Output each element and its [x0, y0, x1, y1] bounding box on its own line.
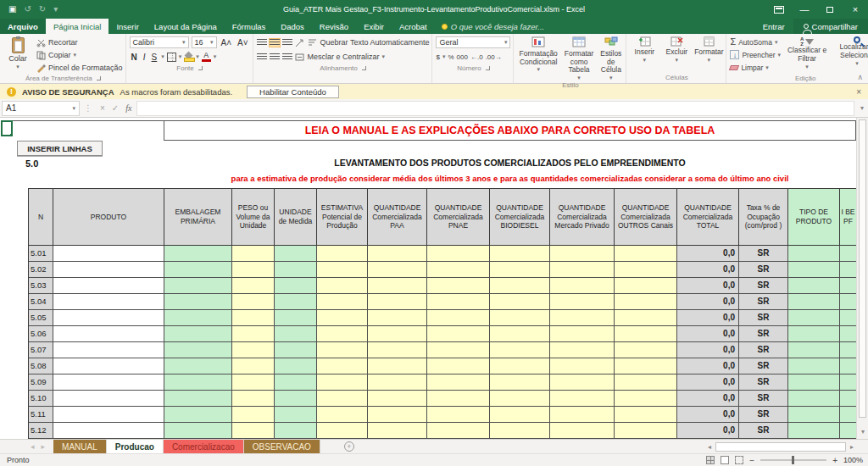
cell[interactable]: [840, 278, 857, 294]
font-color-icon[interactable]: A: [202, 52, 211, 62]
cell[interactable]: 0,0: [677, 358, 739, 374]
cell[interactable]: 5.08: [29, 358, 53, 374]
cell[interactable]: [53, 342, 164, 358]
cell[interactable]: [788, 310, 840, 326]
cell[interactable]: [232, 407, 275, 423]
cell[interactable]: [275, 326, 317, 342]
page-break-view-icon[interactable]: [735, 456, 743, 464]
cell[interactable]: [53, 262, 164, 278]
cell[interactable]: [368, 342, 427, 358]
cell[interactable]: 0,0: [677, 262, 739, 278]
cell[interactable]: [427, 262, 490, 278]
cell[interactable]: [550, 278, 615, 294]
decrease-decimal-icon[interactable]: .00→: [486, 53, 502, 61]
selected-cell-a1[interactable]: [1, 120, 13, 136]
sign-in-button[interactable]: Entrar: [754, 19, 793, 34]
cell[interactable]: [490, 407, 550, 423]
increase-decimal-icon[interactable]: ←.0: [470, 53, 483, 61]
paste-dropdown-icon[interactable]: ▾: [16, 64, 19, 70]
cell[interactable]: [840, 326, 857, 342]
insert-function-icon[interactable]: fx: [122, 103, 135, 113]
zoom-level[interactable]: 100%: [843, 456, 863, 464]
column-header-quantidade-comercializada-outros-canais[interactable]: QUANTIDADE Comercializada OUTROS Canais: [615, 189, 677, 246]
column-header-quantidade-comercializada-pnae[interactable]: QUANTIDADE Comercializada PNAE: [427, 189, 490, 246]
cell[interactable]: [490, 374, 550, 391]
cell[interactable]: [164, 246, 232, 262]
alignment-dialog-launcher-icon[interactable]: [362, 66, 366, 70]
cell[interactable]: [368, 310, 427, 326]
cell[interactable]: [788, 391, 840, 407]
zoom-out-icon[interactable]: −: [749, 456, 754, 465]
cell[interactable]: [427, 342, 490, 358]
cell[interactable]: [788, 326, 840, 342]
scroll-down-icon[interactable]: ▾: [857, 428, 868, 435]
conditional-formatting-button[interactable]: Formatação Condicional▾: [517, 36, 559, 73]
delete-cells-button[interactable]: Excluir ▾: [662, 36, 691, 63]
cell[interactable]: [317, 246, 368, 262]
cell[interactable]: [232, 342, 275, 358]
normal-view-icon[interactable]: [706, 456, 715, 464]
currency-icon[interactable]: $: [436, 53, 439, 61]
cell[interactable]: SR: [739, 278, 788, 294]
copy-button[interactable]: Copiar ▾: [36, 49, 123, 61]
cell[interactable]: 0,0: [677, 342, 739, 358]
cell[interactable]: [550, 342, 615, 358]
cell[interactable]: 5.11: [29, 407, 53, 423]
cell[interactable]: [550, 407, 615, 423]
cell[interactable]: [164, 407, 232, 423]
autosum-button[interactable]: Σ AutoSoma▾: [730, 36, 781, 47]
vertical-scrollbar[interactable]: ▾: [856, 118, 868, 439]
scroll-right-icon[interactable]: ▸: [848, 443, 856, 451]
cell[interactable]: [788, 342, 840, 358]
cell[interactable]: [550, 391, 615, 407]
cell[interactable]: [232, 423, 275, 439]
close-button[interactable]: ×: [843, 0, 868, 19]
cell[interactable]: [427, 310, 490, 326]
font-dialog-launcher-icon[interactable]: [198, 66, 203, 70]
cell[interactable]: [490, 246, 550, 262]
formula-input[interactable]: [136, 101, 854, 116]
share-button[interactable]: Compartilhar: [793, 19, 868, 34]
number-dialog-launcher-icon[interactable]: [486, 66, 490, 70]
cell[interactable]: [53, 374, 164, 391]
cell[interactable]: [164, 278, 232, 294]
cell[interactable]: [490, 310, 550, 326]
cell[interactable]: [317, 358, 368, 374]
enable-content-button[interactable]: Habilitar Conteúdo: [247, 86, 339, 98]
scroll-left-icon[interactable]: ◂: [705, 443, 714, 451]
ribbon-tab-inserir[interactable]: Inserir: [108, 19, 146, 34]
paste-button[interactable]: Colar ▾: [3, 36, 32, 70]
cell[interactable]: [550, 423, 615, 439]
cell[interactable]: [550, 262, 615, 278]
cell[interactable]: SR: [739, 358, 788, 374]
cell[interactable]: [615, 374, 677, 391]
column-header-peso-ou-volume-da-unidade[interactable]: PESO ou Volume da Unidade: [232, 189, 275, 246]
cell-styles-button[interactable]: Estilos de Célula▾: [598, 36, 623, 81]
cell[interactable]: [232, 358, 275, 374]
cell[interactable]: [275, 310, 317, 326]
sheet-tab-manual[interactable]: MANUAL: [53, 440, 107, 453]
cell[interactable]: [615, 294, 677, 310]
cell[interactable]: [490, 391, 550, 407]
align-right-icon[interactable]: [282, 53, 292, 61]
number-format-select[interactable]: Geral▾: [436, 36, 510, 48]
restore-button[interactable]: [817, 0, 843, 19]
cell[interactable]: [317, 310, 368, 326]
collapse-ribbon-icon[interactable]: ∧: [857, 73, 863, 81]
cell[interactable]: [164, 342, 232, 358]
ribbon-tab-acrobat[interactable]: Acrobat: [392, 19, 435, 34]
cell[interactable]: [490, 262, 550, 278]
cell[interactable]: [164, 262, 232, 278]
minimize-button[interactable]: —: [792, 0, 817, 19]
cell[interactable]: 5.06: [29, 326, 53, 342]
cell[interactable]: [550, 310, 615, 326]
format-painter-button[interactable]: Pincel de Formatação: [36, 62, 123, 74]
cell[interactable]: [490, 326, 550, 342]
orientation-icon[interactable]: [295, 37, 305, 47]
cell[interactable]: [164, 374, 232, 391]
sheet-tab-observacao[interactable]: OBSERVACAO: [244, 440, 320, 453]
cell[interactable]: [317, 407, 368, 423]
column-header-i-be-pf[interactable]: I BE PF: [840, 189, 857, 246]
ribbon-tab-revisao[interactable]: Revisão: [312, 19, 356, 34]
cell[interactable]: SR: [739, 310, 788, 326]
